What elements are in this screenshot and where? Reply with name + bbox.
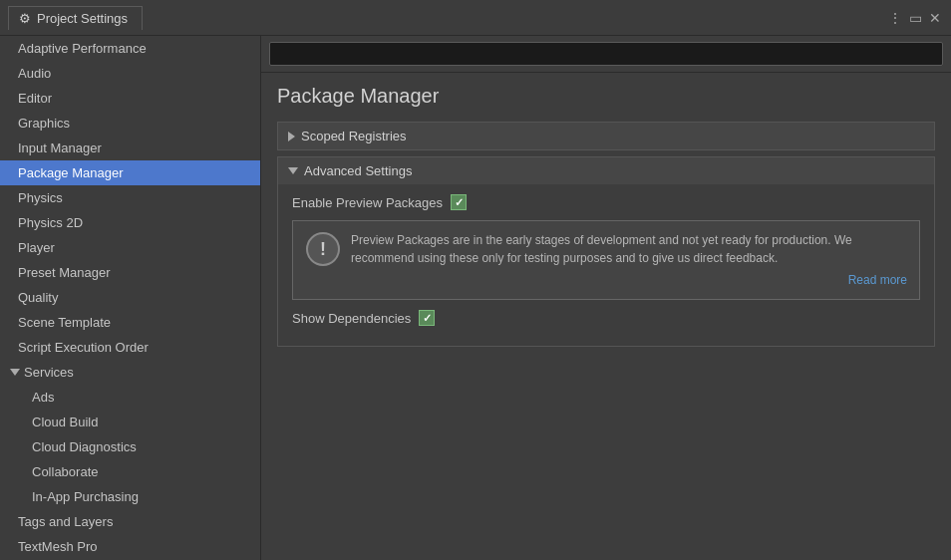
content-inner: Package Manager Scoped Registries Advanc… — [261, 73, 951, 560]
maximize-button[interactable]: ▭ — [907, 10, 923, 26]
sidebar-item-quality[interactable]: Quality — [0, 285, 260, 310]
services-label: Services — [24, 365, 74, 380]
sidebar-item-player[interactable]: Player — [0, 235, 260, 260]
sidebar-item-input-manager[interactable]: Input Manager — [0, 136, 260, 160]
close-button[interactable]: ✕ — [927, 10, 943, 26]
warning-text-container: Preview Packages are in the early stages… — [351, 231, 907, 289]
sidebar-item-preset-manager[interactable]: Preset Manager — [0, 260, 260, 285]
scoped-registries-label: Scoped Registries — [301, 129, 407, 143]
page-title: Package Manager — [277, 85, 935, 108]
show-dependencies-setting: Show Dependencies ✓ — [292, 310, 920, 326]
warning-box: ! Preview Packages are in the early stag… — [292, 220, 920, 300]
sidebar-item-physics-2d[interactable]: Physics 2D — [0, 210, 260, 235]
sidebar-item-adaptive-performance[interactable]: Adaptive Performance — [0, 36, 260, 61]
menu-button[interactable]: ⋮ — [887, 10, 903, 26]
scoped-registries-header[interactable]: Scoped Registries — [278, 123, 934, 149]
content-area: 🔍 Package Manager Scoped Registries Adva… — [261, 36, 951, 560]
sidebar-item-tags-and-layers[interactable]: Tags and Layers — [0, 509, 260, 534]
sidebar-item-services[interactable]: Services — [0, 360, 260, 385]
sidebar-item-editor[interactable]: Editor — [0, 86, 260, 111]
sidebar-item-script-execution-order[interactable]: Script Execution Order — [0, 335, 260, 360]
sidebar-item-audio[interactable]: Audio — [0, 61, 260, 86]
sidebar-item-physics[interactable]: Physics — [0, 185, 260, 210]
search-container: 🔍 — [269, 42, 943, 66]
checkmark-icon: ✓ — [455, 196, 464, 209]
search-bar-container: 🔍 — [261, 36, 951, 73]
sidebar-item-graphics[interactable]: Graphics — [0, 111, 260, 136]
warning-circle-icon: ! — [306, 232, 340, 266]
window-title: Project Settings — [37, 11, 128, 26]
sidebar: Adaptive Performance Audio Editor Graphi… — [0, 36, 261, 560]
sidebar-item-cloud-build[interactable]: Cloud Build — [0, 410, 260, 434]
show-dependencies-label: Show Dependencies — [292, 311, 411, 326]
enable-preview-label: Enable Preview Packages — [292, 195, 443, 210]
advanced-settings-label: Advanced Settings — [304, 163, 412, 178]
title-bar: ⚙ Project Settings ⋮ ▭ ✕ — [0, 0, 951, 36]
sidebar-item-collaborate[interactable]: Collaborate — [0, 459, 260, 484]
show-dependencies-checkbox[interactable]: ✓ — [419, 310, 435, 326]
main-layout: Adaptive Performance Audio Editor Graphi… — [0, 36, 951, 560]
scoped-registries-section: Scoped Registries — [277, 122, 935, 150]
advanced-settings-section: Advanced Settings Enable Preview Package… — [277, 156, 935, 347]
scoped-registries-triangle — [288, 132, 295, 141]
advanced-settings-body: Enable Preview Packages ✓ ! Preview Pack… — [278, 184, 934, 346]
advanced-settings-triangle — [288, 167, 298, 174]
sidebar-item-ads[interactable]: Ads — [0, 385, 260, 410]
enable-preview-setting: Enable Preview Packages ✓ — [292, 194, 920, 210]
search-input[interactable] — [269, 42, 943, 66]
sidebar-item-cloud-diagnostics[interactable]: Cloud Diagnostics — [0, 434, 260, 459]
services-expand-icon — [10, 369, 20, 376]
checkmark-icon-2: ✓ — [423, 312, 432, 325]
warning-message: Preview Packages are in the early stages… — [351, 233, 852, 265]
gear-icon: ⚙ — [19, 11, 31, 26]
sidebar-item-package-manager[interactable]: Package Manager — [0, 160, 260, 185]
sidebar-item-in-app-purchasing[interactable]: In-App Purchasing — [0, 484, 260, 509]
enable-preview-checkbox[interactable]: ✓ — [451, 194, 467, 210]
warning-icon-container: ! — [305, 231, 341, 267]
sidebar-item-scene-template[interactable]: Scene Template — [0, 310, 260, 335]
title-bar-controls: ⋮ ▭ ✕ — [887, 10, 943, 26]
title-bar-tab: ⚙ Project Settings — [8, 6, 143, 30]
advanced-settings-header[interactable]: Advanced Settings — [278, 157, 934, 184]
sidebar-item-textmesh-pro[interactable]: TextMesh Pro — [0, 534, 260, 559]
read-more-link[interactable]: Read more — [351, 271, 907, 289]
